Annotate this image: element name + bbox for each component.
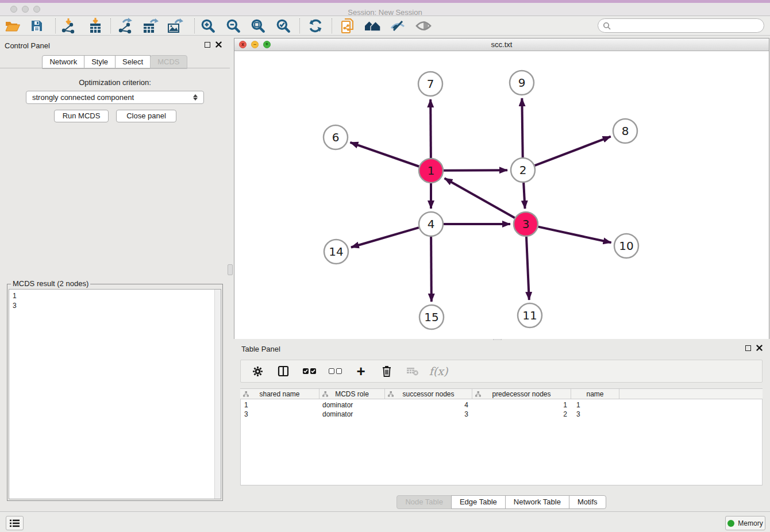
tab-style[interactable]: Style bbox=[84, 55, 116, 69]
search-field[interactable] bbox=[598, 18, 764, 33]
graph-node-7[interactable]: 7 bbox=[418, 72, 442, 96]
graph-node-11[interactable]: 11 bbox=[518, 303, 542, 327]
column-header-label: successor nodes bbox=[402, 390, 454, 398]
graph-node-label: 3 bbox=[522, 217, 530, 231]
graph-node-6[interactable]: 6 bbox=[324, 125, 348, 149]
tab-edge-table[interactable]: Edge Table bbox=[451, 495, 506, 509]
cyndex-button[interactable] bbox=[338, 17, 357, 34]
network-graph[interactable]: 1234678910111415 bbox=[234, 51, 769, 339]
save-session-button[interactable] bbox=[27, 17, 47, 34]
delete-table-button[interactable] bbox=[404, 364, 421, 379]
zoom-selected-button[interactable] bbox=[274, 17, 293, 34]
tab-select[interactable]: Select bbox=[115, 55, 151, 69]
table-row[interactable]: 1 dominator 4 1 1 bbox=[241, 400, 762, 410]
graph-edge-4-14[interactable] bbox=[351, 228, 419, 247]
eye-slash-icon bbox=[390, 20, 406, 32]
graph-node-label: 10 bbox=[619, 239, 633, 253]
window-title: Session: New Session bbox=[0, 8, 770, 17]
table-row[interactable]: 3 dominator 3 2 3 bbox=[241, 410, 762, 419]
graph-node-3[interactable]: 3 bbox=[514, 212, 538, 236]
column-header-successor-nodes[interactable]: successor nodes bbox=[385, 389, 472, 399]
graph-edge-4-15[interactable] bbox=[431, 237, 432, 302]
graph-node-15[interactable]: 15 bbox=[419, 305, 444, 329]
control-panel-title: Control Panel bbox=[5, 41, 50, 50]
column-header-shared-name[interactable]: shared name bbox=[240, 389, 319, 399]
graph-edge-2-9[interactable] bbox=[522, 98, 522, 157]
import-table-button[interactable] bbox=[86, 17, 105, 34]
main-toolbar bbox=[0, 16, 770, 36]
deselect-all-rows-button[interactable] bbox=[326, 364, 344, 379]
graph-node-1[interactable]: 1 bbox=[419, 159, 443, 183]
refresh-layout-button[interactable] bbox=[306, 17, 325, 34]
mcds-result-textarea[interactable]: 1 3 bbox=[9, 289, 221, 499]
graph-node-label: 8 bbox=[622, 124, 629, 138]
zoom-fit-button[interactable] bbox=[248, 17, 268, 34]
open-session-button[interactable] bbox=[3, 17, 22, 34]
graph-node-9[interactable]: 9 bbox=[510, 71, 534, 95]
hide-details-button[interactable] bbox=[388, 17, 407, 34]
task-history-button[interactable] bbox=[6, 516, 24, 530]
column-header-mcds-role[interactable]: MCDS role bbox=[319, 389, 385, 399]
criterion-select[interactable]: strongly connected component bbox=[26, 91, 204, 104]
graph-edge-3-10[interactable] bbox=[538, 227, 611, 243]
table-panel-tabs: Node Table Edge Table Network Table Moti… bbox=[233, 495, 770, 509]
graph-edge-1-7[interactable] bbox=[430, 99, 431, 158]
run-mcds-button[interactable]: Run MCDS bbox=[54, 110, 109, 122]
select-all-rows-button[interactable] bbox=[301, 364, 318, 379]
zoom-out-button[interactable] bbox=[224, 17, 243, 34]
show-column-panel-button[interactable] bbox=[275, 364, 292, 379]
graph-node-14[interactable]: 14 bbox=[324, 240, 348, 264]
tab-network[interactable]: Network bbox=[42, 55, 84, 69]
graph-node-2[interactable]: 2 bbox=[511, 158, 535, 182]
graph-edge-2-3[interactable] bbox=[523, 183, 525, 209]
toolbar-separator bbox=[110, 18, 111, 33]
close-panel-button[interactable]: Close panel bbox=[116, 110, 176, 122]
graph-edge-3-11[interactable] bbox=[526, 237, 529, 300]
mcds-result-scrollbar[interactable] bbox=[214, 290, 221, 499]
control-panel-window-buttons bbox=[205, 41, 222, 48]
column-header-predecessor-nodes[interactable]: predecessor nodes bbox=[472, 389, 571, 399]
zoom-in-icon bbox=[201, 18, 215, 33]
cell-shared-name: 1 bbox=[244, 401, 318, 409]
memory-button[interactable]: Memory bbox=[725, 516, 765, 530]
export-image-button[interactable] bbox=[165, 17, 185, 34]
tab-motifs[interactable]: Motifs bbox=[569, 495, 606, 509]
delete-column-button[interactable] bbox=[378, 364, 395, 379]
column-header-name[interactable]: name bbox=[571, 389, 619, 399]
float-panel-icon[interactable] bbox=[745, 345, 751, 351]
tab-network-table[interactable]: Network Table bbox=[505, 495, 569, 509]
network-canvas[interactable]: 1234678910111415 bbox=[234, 51, 769, 339]
add-column-button[interactable]: + bbox=[352, 364, 369, 379]
graph-node-4[interactable]: 4 bbox=[419, 212, 443, 236]
table-settings-button[interactable] bbox=[249, 364, 266, 379]
graph-edge-3-1[interactable] bbox=[445, 178, 515, 218]
function-builder-button[interactable]: f(x) bbox=[430, 364, 447, 379]
tab-node-table[interactable]: Node Table bbox=[396, 495, 452, 509]
criterion-selected-value: strongly connected component bbox=[32, 93, 193, 102]
memory-label: Memory bbox=[738, 519, 763, 527]
export-network-button[interactable] bbox=[116, 17, 135, 34]
graph-edge-2-8[interactable] bbox=[535, 137, 611, 166]
vertical-splitter-handle[interactable] bbox=[228, 264, 233, 275]
close-panel-icon[interactable] bbox=[756, 345, 763, 351]
mcds-result-title: MCDS result (2 nodes) bbox=[11, 279, 90, 288]
cell-mcds-role: dominator bbox=[322, 410, 383, 418]
home-button[interactable] bbox=[363, 17, 382, 34]
column-header-label: name bbox=[586, 390, 603, 398]
delete-table-icon bbox=[406, 366, 419, 376]
network-window-titlebar[interactable]: x – + scc.txt bbox=[234, 38, 769, 51]
show-details-button[interactable] bbox=[414, 17, 433, 34]
graph-node-10[interactable]: 10 bbox=[614, 234, 638, 258]
graph-node-8[interactable]: 8 bbox=[613, 119, 637, 143]
zoom-in-button[interactable] bbox=[198, 17, 218, 34]
graph-node-label: 6 bbox=[332, 130, 340, 144]
network-window-title: scc.txt bbox=[234, 40, 769, 49]
graph-edge-1-6[interactable] bbox=[350, 142, 419, 167]
import-network-button[interactable] bbox=[59, 17, 78, 34]
search-input[interactable] bbox=[614, 21, 764, 30]
float-panel-icon[interactable] bbox=[205, 42, 210, 48]
tab-mcds[interactable]: MCDS bbox=[150, 55, 187, 69]
close-panel-icon[interactable] bbox=[215, 41, 222, 48]
graph-edge-1-2[interactable] bbox=[444, 170, 507, 171]
export-table-button[interactable] bbox=[141, 17, 160, 34]
